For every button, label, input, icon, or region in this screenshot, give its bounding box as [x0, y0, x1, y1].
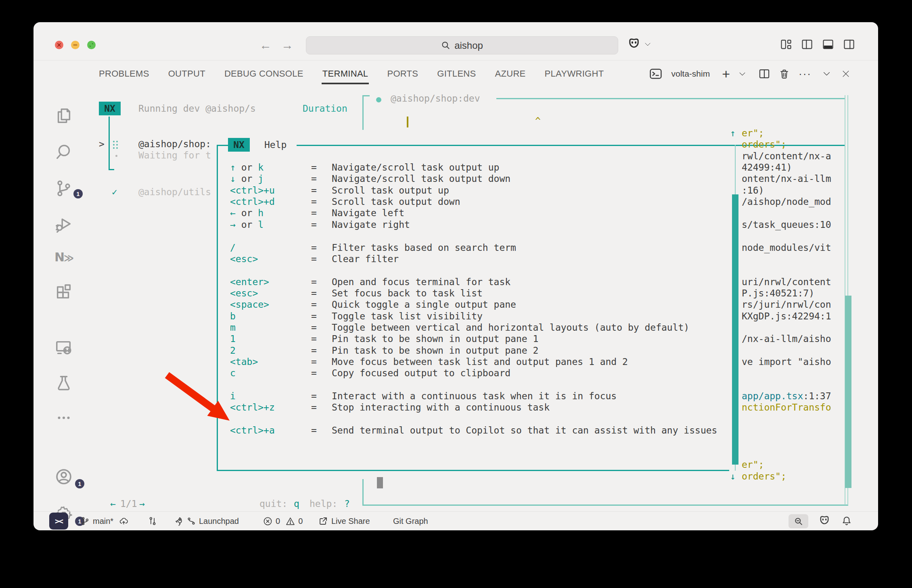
tui-footer: ← 1/1 → quit: q help: ?: [33, 498, 878, 510]
output-line-fragment: app/app.tsx:1:37: [33, 390, 878, 402]
help-row: <esc>=Clear filter: [33, 253, 878, 265]
equals-sign: =: [311, 207, 317, 219]
fragment-text: ve import "aisho: [742, 356, 831, 368]
zoom-status-button[interactable]: [789, 514, 808, 528]
help-label: help:: [310, 498, 337, 510]
help-row: c=Copy focused output to clipboard: [33, 367, 878, 379]
live-share-label: Live Share: [331, 517, 370, 526]
fragment-text: rwl/content/nx-a: [742, 150, 831, 162]
fragment-text: /aishop/node_mod: [742, 196, 831, 208]
shortcut-key: ← or h: [230, 207, 264, 219]
output-line-fragment: s/task_queues:10: [33, 219, 878, 231]
output-line-fragment: ontent/nx-ai-llm: [33, 173, 878, 185]
output-line-fragment: ↓orders";: [33, 471, 878, 482]
output-line-fragment: orders";: [33, 139, 878, 150]
shortcut-key: m: [230, 322, 236, 334]
fragment-text: uri/nrwl/content: [742, 276, 831, 288]
output-line-fragment: P.js:40521:7): [33, 288, 878, 299]
desktop-background: { "colors": { "accent_teal": "#13a096", …: [0, 0, 912, 588]
quit-key: q: [294, 498, 299, 510]
problems-button[interactable]: 0 0: [263, 512, 303, 530]
shortcut-key: <ctrl>+a: [230, 425, 275, 436]
remote-indicator-button[interactable]: ><: [49, 513, 68, 530]
warnings-icon: [286, 517, 295, 526]
scroll-down-arrow-icon[interactable]: ↓: [730, 471, 736, 482]
help-key: ?: [344, 498, 350, 510]
help-row: m=Toggle between vertical and horizontal…: [33, 322, 878, 334]
shortcut-description: Copy focused output to clipboard: [332, 367, 510, 379]
launchpad-button[interactable]: Launchpad: [174, 512, 239, 530]
fragment-text: er";: [742, 459, 764, 471]
errors-icon: [263, 517, 272, 526]
output-line-fragment: KXgDP.js:42294:1: [33, 311, 878, 322]
status-bar: >< main* Launchpad 0 0 Live Share Git Gr…: [33, 511, 878, 530]
pager-position: 1/1: [120, 498, 137, 510]
git-branch-button[interactable]: main*: [81, 512, 128, 530]
compare-changes-button[interactable]: [148, 512, 157, 530]
scroll-up-arrow-icon[interactable]: ↑: [730, 127, 736, 139]
error-count: 0: [276, 517, 280, 526]
shortcut-description: Pin task to be shown in output pane 2: [332, 345, 538, 357]
output-line-fragment: :16): [33, 185, 878, 196]
rocket-icon: [174, 516, 184, 526]
launchpad-label: Launchpad: [199, 517, 239, 526]
git-graph-label: Git Graph: [393, 517, 428, 526]
output-line-fragment: rwl/content/nx-a: [33, 150, 878, 162]
fragment-text: orders";: [742, 139, 786, 150]
fragment-text: orders";: [742, 471, 786, 482]
branch-name: main*: [93, 517, 113, 526]
fragment-text: :16): [742, 185, 764, 196]
shortcut-description: Clear filter: [332, 253, 399, 265]
publish-cloud-icon: [119, 517, 128, 526]
help-row: ← or h=Navigate left: [33, 207, 878, 219]
output-line-fragment: ve import "aisho: [33, 356, 878, 368]
equals-sign: =: [311, 322, 317, 334]
copilot-status-button[interactable]: [818, 512, 831, 530]
help-row: 2=Pin task to be shown in output pane 2: [33, 345, 878, 357]
output-line-fragment: uri/nrwl/content: [33, 276, 878, 288]
output-pane-header-line: [496, 98, 845, 99]
equals-sign: =: [311, 345, 317, 357]
fragment-text: /nx-ai-llm/aisho: [742, 333, 831, 345]
shortcut-key: <esc>: [230, 253, 258, 265]
help-row: <ctrl>+a=Send terminal output to Copilot…: [33, 425, 878, 436]
output-line-fragment: node_modules/vit: [33, 242, 878, 254]
compare-changes-icon: [148, 517, 157, 525]
fragment-text: P.js:40521:7): [742, 288, 814, 299]
quit-label: quit:: [259, 498, 287, 510]
output-caret: ^: [535, 115, 541, 127]
output-line-fragment: nctionForTransfo: [33, 402, 878, 413]
pager-right-arrow[interactable]: →: [139, 498, 145, 510]
fragment-text: nctionForTransfo: [742, 402, 831, 413]
shortcut-description: Send terminal output to Copilot so that …: [332, 425, 717, 436]
notifications-bell-button[interactable]: [841, 512, 852, 530]
magnifier-icon: [794, 517, 803, 526]
duration-column-label: Duration: [303, 103, 347, 115]
fragment-text: ontent/nx-ai-llm: [742, 173, 831, 185]
output-line-fragment: /nx-ai-llm/aisho: [33, 333, 878, 345]
fragment-text: rs/juri/nrwl/con: [742, 299, 831, 311]
shortcut-key: c: [230, 367, 236, 379]
output-line-fragment: 42499:41): [33, 162, 878, 173]
output-pane-title: @aishop/shop:dev: [391, 93, 480, 104]
warning-count: 0: [298, 517, 303, 526]
equals-sign: =: [311, 253, 317, 265]
remote-icon: ><: [55, 517, 63, 525]
output-line-fragment: /aishop/node_mod: [33, 196, 878, 208]
pager-left-arrow[interactable]: ←: [110, 498, 116, 510]
git-graph-button[interactable]: Git Graph: [393, 512, 428, 530]
fragment-text: node_modules/vit: [742, 242, 831, 254]
output-line-fragment: er";: [33, 459, 878, 471]
terminal-content: NX Running dev @aishop/sDuration >@aisho…: [33, 22, 878, 530]
live-share-button[interactable]: Live Share: [318, 512, 370, 530]
bell-icon: [841, 516, 852, 526]
equals-sign: =: [311, 425, 317, 436]
live-share-icon: [318, 516, 328, 526]
fragment-text: er";: [742, 127, 764, 139]
fragment-text: 42499:41): [742, 162, 792, 173]
equals-sign: =: [311, 367, 317, 379]
task-runner-title: Running dev @aishop/s: [138, 103, 256, 115]
shortcut-description: Toggle between vertical and horizontal l…: [332, 322, 689, 334]
copilot-status-icon: [818, 516, 831, 527]
vscode-window: ← → aishop PROBLEMSOUTPUTDEBUG CONSOLETE…: [33, 22, 878, 530]
